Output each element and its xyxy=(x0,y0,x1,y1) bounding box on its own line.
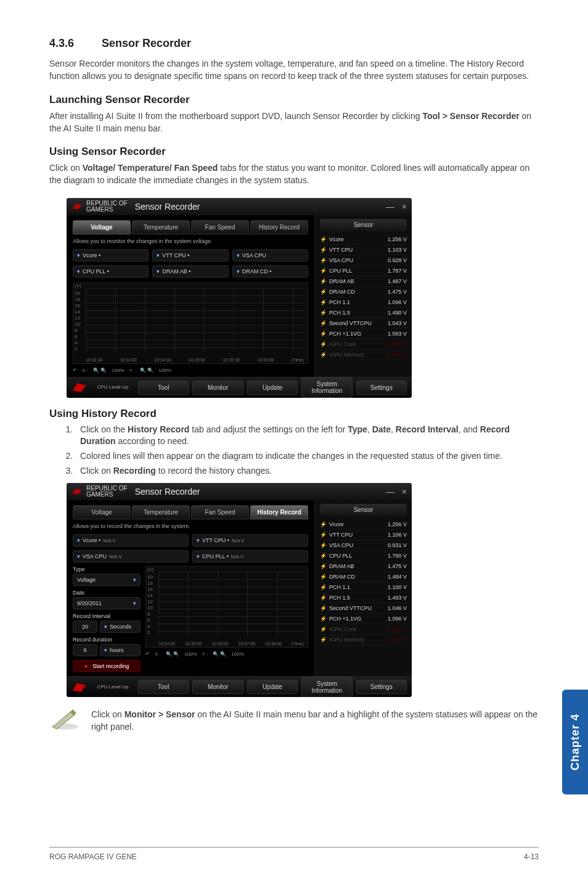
history-heading: Using History Record xyxy=(49,408,539,420)
sensor-row: ⚡VTT CPU1.106 V xyxy=(320,530,407,540)
y-unit: (V) xyxy=(147,567,157,572)
note-block: Click on Monitor > Sensor on the AI Suit… xyxy=(49,708,539,733)
tab-temperature[interactable]: Temperature xyxy=(132,220,190,234)
field-vsa-cpu[interactable]: ▾VSA CPU xyxy=(232,249,308,262)
sensor-panel: Sensor ⚡Vcore1.256 V ⚡VTT CPU1.103 V ⚡VS… xyxy=(314,215,412,377)
record-interval-value[interactable]: 20 xyxy=(73,621,97,633)
minimize-button[interactable]: — xyxy=(386,487,394,497)
zoom-y-icons[interactable]: 🔍 🔍 xyxy=(140,368,153,373)
tool-button[interactable]: Tool xyxy=(138,680,189,694)
update-button[interactable]: Update xyxy=(247,680,298,694)
tab-fan-speed[interactable]: Fan Speed xyxy=(191,220,249,234)
sensor-row: ⚡PCH +1.1VG1.093 V xyxy=(320,329,407,339)
chevron-down-icon: ▾ xyxy=(77,537,80,543)
sensor-row: ⚡VSA CPU0.931 V xyxy=(320,540,407,551)
undo-icon[interactable]: ↶ xyxy=(73,368,77,373)
sensor-row: ⚡PCH 1.11.096 V xyxy=(320,297,407,308)
bolt-icon: ⚡ xyxy=(320,542,327,548)
bolt-icon: ⚡ xyxy=(320,299,327,305)
brand-line2: GAMERS xyxy=(86,207,128,213)
tab-fan-speed[interactable]: Fan Speed xyxy=(191,505,249,519)
update-button[interactable]: Update xyxy=(247,381,298,395)
page-footer: ROG RAMPAGE IV GENE 4-13 xyxy=(49,847,539,861)
bolt-icon: ⚡ xyxy=(320,268,327,274)
launch-bold: Tool > Sensor Recorder xyxy=(422,111,519,121)
sensor-row: ⚡PCH +1.1VG1.096 V xyxy=(320,614,407,624)
bolt-icon: ⚡ xyxy=(320,605,327,611)
field-vcore[interactable]: ▾Vcore •N/A V xyxy=(73,534,189,547)
monitor-button[interactable]: Monitor xyxy=(192,680,243,694)
record-duration-unit[interactable]: ▾hours xyxy=(100,644,141,656)
record-duration-value[interactable]: 6 xyxy=(73,644,97,656)
chevron-down-icon: ▾ xyxy=(77,268,80,274)
zoom-x-icons[interactable]: 🔍 🔍 xyxy=(166,651,179,657)
field-vtt-cpu[interactable]: ▾VTT CPU • xyxy=(152,249,228,262)
close-button[interactable]: × xyxy=(402,487,407,497)
bolt-icon: ⚡ xyxy=(320,563,327,569)
start-recording-button[interactable]: ●Start recording xyxy=(73,660,141,672)
system-information-button[interactable]: System Information xyxy=(301,377,352,398)
field-dram-ab[interactable]: ▾DRAM AB • xyxy=(152,265,228,278)
bolt-icon: ⚡ xyxy=(320,341,327,347)
system-information-button[interactable]: System Information xyxy=(301,677,352,698)
field-cpu-pll[interactable]: ▾CPU PLL •N/A V xyxy=(192,550,308,563)
bolt-icon: ⚡ xyxy=(320,532,327,538)
zoom-x-icons[interactable]: 🔍 🔍 xyxy=(93,368,107,373)
bolt-icon: ⚡ xyxy=(320,616,327,622)
field-vsa-cpu[interactable]: ▾VSA CPUN/A V xyxy=(73,550,189,563)
sensor-panel: Sensor ⚡Vcore1.256 V ⚡VTT CPU1.106 V ⚡VS… xyxy=(314,500,412,676)
field-vtt-cpu[interactable]: ▾VTT CPU •N/A V xyxy=(192,534,308,547)
footer-left: ROG RAMPAGE IV GENE xyxy=(49,852,137,861)
window-title: Sensor Recorder xyxy=(135,489,200,495)
type-label: Type xyxy=(73,566,141,572)
tab-voltage[interactable]: Voltage xyxy=(73,220,131,234)
settings-button[interactable]: Settings xyxy=(356,381,407,395)
sensor-row: ⚡IGPU Memory1.000 V xyxy=(320,350,407,360)
chevron-down-icon: ▾ xyxy=(197,553,200,559)
sensor-row: ⚡PCH 1.11.100 V xyxy=(320,582,407,593)
minimize-button[interactable]: — xyxy=(386,202,394,212)
sensor-row: ⚡IGPU Memory1.000 V xyxy=(320,635,407,645)
record-interval-label: Record Interval xyxy=(73,613,141,619)
cpu-level-up-button[interactable]: CPU Level Up xyxy=(91,384,134,390)
launch-heading: Launching Sensor Recorder xyxy=(49,94,539,106)
rog-footer-logo-icon xyxy=(71,381,88,394)
screenshot-voltage: REPUBLIC OF GAMERS Sensor Recorder — × V… xyxy=(67,198,412,398)
tab-voltage[interactable]: Voltage xyxy=(73,505,131,519)
zoom-y-icons[interactable]: 🔍 🔍 xyxy=(213,651,226,657)
section-heading: 4.3.6 Sensor Recorder xyxy=(49,37,539,50)
type-select[interactable]: Voltage▾ xyxy=(73,574,141,586)
launch-paragraph: After installing AI Suite II from the mo… xyxy=(49,110,539,135)
sensor-row: ⚡DRAM AB1.475 V xyxy=(320,561,407,572)
x-ticks: 10:33:30 10:34:00 10:34:30 10:35:00 10:3… xyxy=(86,358,304,362)
tab-temperature[interactable]: Temperature xyxy=(132,505,190,519)
date-label: Date xyxy=(73,590,141,596)
cpu-level-up-button[interactable]: CPU Level Up xyxy=(91,684,134,690)
chevron-down-icon: ▾ xyxy=(104,624,107,630)
field-vcore[interactable]: ▾Vcore • xyxy=(73,249,149,262)
using-text-pre: Click on xyxy=(49,163,83,173)
record-interval-unit[interactable]: ▾Seconds xyxy=(100,621,141,633)
settings-button[interactable]: Settings xyxy=(356,680,407,694)
screenshot-history: REPUBLIC OF GAMERS Sensor Recorder — × V… xyxy=(67,483,412,697)
bolt-icon: ⚡ xyxy=(320,584,327,590)
tool-button[interactable]: Tool xyxy=(138,381,189,395)
history-steps: Click on the History Record tab and adju… xyxy=(49,424,539,477)
undo-icon[interactable]: ↶ xyxy=(145,651,150,657)
sensor-row: ⚡DRAM CD1.484 V xyxy=(320,572,407,582)
bolt-icon: ⚡ xyxy=(320,331,327,337)
tab-history-record[interactable]: History Record xyxy=(250,220,308,234)
close-button[interactable]: × xyxy=(402,202,407,212)
date-select[interactable]: 9/20/2011▾ xyxy=(73,597,141,609)
sensor-row: ⚡VSA CPU0.928 V xyxy=(320,255,407,266)
bottom-bar: CPU Level Up Tool Monitor Update System … xyxy=(67,377,412,398)
field-cpu-pll[interactable]: ▾CPU PLL • xyxy=(73,265,149,278)
chevron-down-icon: ▾ xyxy=(77,553,80,559)
chart-grid xyxy=(158,572,304,636)
intro-paragraph: Sensor Recorder monitors the changes in … xyxy=(49,57,539,83)
tab-history-record[interactable]: History Record xyxy=(250,505,308,519)
window-titlebar: REPUBLIC OF GAMERS Sensor Recorder — × xyxy=(67,198,412,215)
bolt-icon: ⚡ xyxy=(320,521,327,527)
field-dram-cd[interactable]: ▾DRAM CD • xyxy=(232,265,308,278)
monitor-button[interactable]: Monitor xyxy=(192,381,243,395)
